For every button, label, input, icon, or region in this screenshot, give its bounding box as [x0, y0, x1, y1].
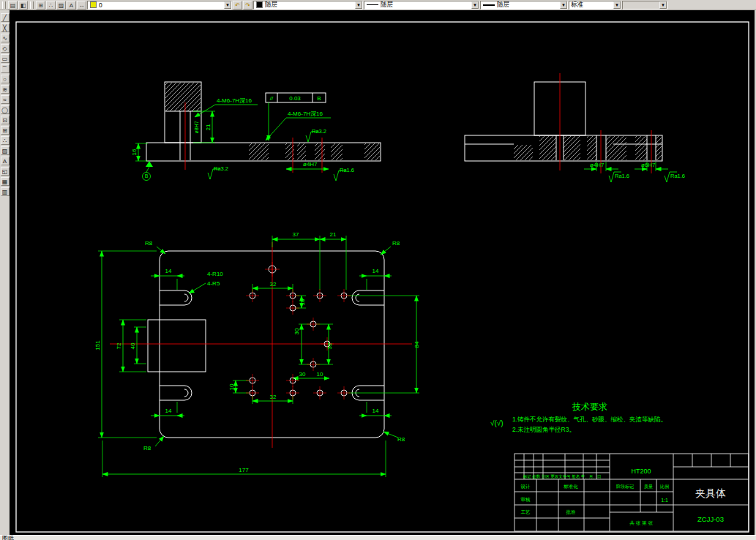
rectangle-icon[interactable]: ▭ — [1, 54, 10, 63]
dim-text: 10 — [317, 371, 323, 378]
dim-text: 10 — [228, 383, 235, 390]
row-standard-label: 标准化 — [563, 484, 578, 490]
dim-text: 72 — [116, 342, 122, 349]
undo-icon[interactable]: ↶ — [233, 1, 242, 10]
dim-text: 30 — [299, 371, 306, 378]
chevron-down-icon[interactable]: ▼ — [224, 1, 231, 9]
tech-req-line: 1.铸件不允许有裂纹、气孔、砂眼、缩松、夹渣等缺陷。 — [512, 416, 667, 423]
tech-requirements: 技术要求 1.铸件不允许有裂纹、气孔、砂眼、缩松、夹渣等缺陷。 2.未注明圆角半… — [512, 402, 667, 433]
chevron-down-icon[interactable]: ▼ — [355, 1, 362, 9]
line-icon[interactable]: ╱ — [1, 13, 10, 22]
text-style-combo[interactable]: 标准 ▼ — [569, 1, 621, 10]
drawing-sheet: 4-M6-7H深164-M6-7H深16//0.03BRa3.2Ra3.2ø4H… — [10, 10, 755, 535]
toolbar-grip[interactable] — [30, 1, 34, 9]
dim-text: 32 — [270, 394, 277, 400]
color-swatch — [256, 1, 263, 8]
chevron-down-icon[interactable]: ▼ — [560, 1, 567, 9]
chevron-down-icon[interactable]: ▼ — [659, 1, 667, 9]
dim-text: Ra3.2 — [214, 165, 228, 172]
dimension-style-icon[interactable]: ↔ — [77, 1, 86, 10]
chevron-down-icon[interactable]: ▼ — [471, 1, 479, 9]
construction-line-icon[interactable]: ╳ — [1, 23, 10, 32]
plot-style-combo[interactable]: ▼ — [622, 1, 667, 10]
material-value: HT200 — [631, 468, 651, 475]
layer-combo-value: 0 — [99, 1, 224, 9]
title-block: 标记 处数 分区 更改文件号 签名 年、月、日 设计 审核 工艺 标准化 批准 … — [514, 454, 749, 531]
dim-text: 4-R10 — [207, 271, 223, 277]
dim-text: 14 — [165, 408, 172, 414]
scale-value: 1:1 — [661, 498, 668, 503]
spline-icon[interactable]: ≈ — [1, 95, 10, 104]
linetype-combo-value: 随层 — [381, 1, 471, 10]
dim-text: R8 — [397, 436, 405, 443]
revision-cloud-icon[interactable]: ≋ — [1, 85, 10, 94]
dim-text: ø6H7 — [641, 162, 656, 168]
sheet-count: 共 张 第 张 — [629, 520, 653, 526]
arc-icon[interactable]: ⌒ — [1, 64, 10, 73]
dim-text: ø4H7 — [303, 161, 318, 168]
row-check-label: 审核 — [521, 497, 531, 502]
view-plan — [98, 236, 419, 477]
make-block-icon[interactable]: ⊞ — [36, 1, 45, 10]
weight-label: 质量 — [644, 484, 653, 489]
point-icon[interactable]: ∴ — [1, 136, 10, 145]
stage-mark-label: 阶段标记 — [616, 484, 634, 490]
layer-properties-icon[interactable]: ◧ — [18, 1, 28, 10]
lineweight-combo[interactable]: 随层 ▼ — [480, 1, 568, 10]
dim-text: 16 — [131, 149, 138, 155]
hatch-icon[interactable]: ▨ — [56, 1, 66, 10]
toolbar-group-undo: ↶↷ — [233, 1, 252, 10]
tech-req-line: 2.未注明圆角半径R3。 — [512, 426, 575, 433]
dim-text: 30 — [293, 328, 300, 334]
color-combo[interactable]: 随层 ▼ — [253, 1, 363, 10]
dim-text: Ra1.6 — [615, 173, 629, 179]
chevron-down-icon[interactable]: ▼ — [613, 1, 621, 9]
dim-text: B — [317, 95, 321, 102]
drawing-canvas[interactable]: 4-M6-7H深164-M6-7H深16//0.03BRa3.2Ra3.2ø4H… — [10, 10, 755, 535]
dim-text: 37 — [293, 231, 299, 238]
view-section-front — [135, 82, 381, 181]
linetype-combo[interactable]: 随层 ▼ — [364, 1, 479, 10]
polygon-icon[interactable]: ◇ — [1, 44, 10, 53]
hatch-icon[interactable]: ▨ — [1, 146, 10, 155]
row-design-label: 设计 — [521, 484, 531, 489]
revision-header: 标记 处数 分区 更改文件号 签名 年、月、日 — [523, 474, 602, 479]
dim-text: 177 — [239, 467, 249, 473]
dim-text: √(√) — [490, 419, 504, 427]
layout-tab[interactable]: 图纸 — [2, 535, 14, 540]
top-toolbar: ▤◧ ⊞∴▨A↔ 0 ▼ ↶↷ 随层 ▼ 随层 ▼ 随层 ▼ 标准 ▼ ▼ — [0, 0, 756, 10]
ellipse-icon[interactable]: ◯ — [1, 105, 10, 114]
redo-icon[interactable]: ↷ — [243, 1, 252, 10]
datum-triangle-icon — [146, 161, 153, 167]
text-style-icon[interactable]: A — [67, 1, 76, 10]
dim-text: 4-R5 — [207, 280, 220, 287]
dim-text: 151 — [94, 340, 101, 350]
layer-status-icon — [90, 1, 97, 8]
scale-label: 比例 — [660, 484, 669, 490]
dim-text: 4-M6-7H深16 — [217, 97, 252, 104]
dim-text: R8 — [145, 240, 153, 247]
status-bar: 图纸 — [0, 535, 756, 540]
make-block-icon[interactable]: ⊞ — [1, 126, 10, 135]
polyline-icon[interactable]: ∿ — [1, 34, 10, 42]
point-style-icon[interactable]: ∴ — [46, 1, 56, 10]
dim-text: ø4H7 — [590, 162, 605, 168]
drawing-number: ZCJJ-03 — [697, 515, 724, 523]
gradient-icon[interactable]: ▥ — [1, 187, 10, 196]
layers-icon[interactable]: ▤ — [8, 1, 18, 10]
region-icon[interactable]: ◱ — [1, 167, 10, 176]
row-approve-label: 批准 — [566, 509, 577, 515]
insert-block-icon[interactable]: ⊡ — [1, 116, 10, 124]
mtext-icon[interactable]: A — [1, 157, 10, 165]
dim-text: R8 — [143, 445, 151, 451]
layer-combo[interactable]: 0 ▼ — [87, 1, 232, 10]
dim-text: R8 — [392, 240, 400, 247]
toolbar-grip[interactable] — [2, 1, 6, 9]
dim-text: 21 — [330, 231, 337, 238]
sheet-frame — [16, 22, 749, 532]
table-icon[interactable]: ▦ — [1, 177, 10, 186]
dim-text: 14 — [165, 268, 172, 274]
toolbar-group-draw: ⊞∴▨A↔ — [36, 1, 86, 10]
dim-text: 32 — [270, 281, 277, 288]
circle-icon[interactable]: ○ — [1, 75, 10, 83]
